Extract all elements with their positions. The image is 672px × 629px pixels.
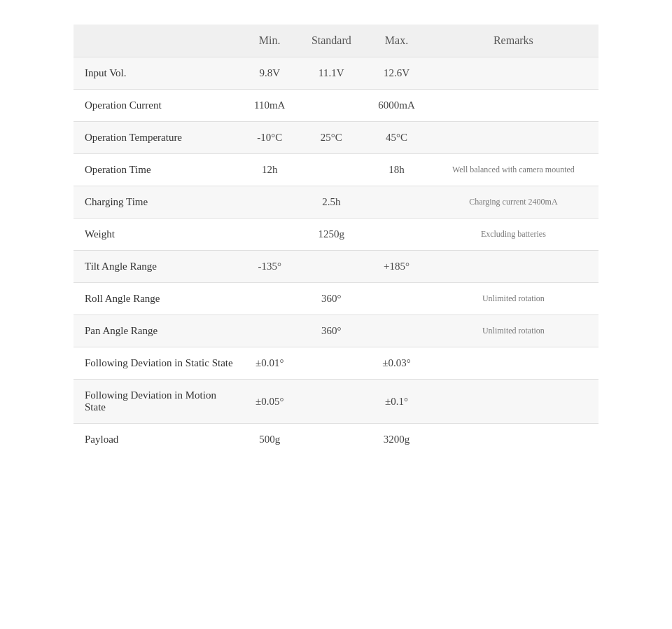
cell-min: ±0.05° bbox=[241, 380, 298, 424]
cell-remarks: Unlimited rotation bbox=[428, 283, 598, 315]
cell-min: 9.8V bbox=[241, 57, 298, 90]
table-row: Operation Temperature-10°C25°C45°C bbox=[74, 122, 598, 154]
cell-param: Following Deviation in Static State bbox=[74, 347, 241, 380]
cell-remarks bbox=[428, 57, 598, 90]
cell-standard: 25°C bbox=[298, 122, 365, 154]
cell-param: Weight bbox=[74, 219, 241, 251]
cell-param: Following Deviation in Motion State bbox=[74, 380, 241, 424]
header-min: Min. bbox=[241, 25, 298, 57]
cell-remarks: Well balanced with camera mounted bbox=[428, 154, 598, 186]
cell-param: Input Vol. bbox=[74, 57, 241, 90]
cell-remarks bbox=[428, 424, 598, 456]
cell-remarks: Unlimited rotation bbox=[428, 315, 598, 347]
cell-standard: 1250g bbox=[298, 219, 365, 251]
table-header-row: Min. Standard Max. Remarks bbox=[74, 25, 598, 57]
cell-remarks: Excluding batteries bbox=[428, 219, 598, 251]
cell-max: ±0.1° bbox=[365, 380, 428, 424]
cell-standard bbox=[298, 90, 365, 122]
header-remarks: Remarks bbox=[428, 25, 598, 57]
cell-standard bbox=[298, 251, 365, 283]
cell-remarks: Charging current 2400mA bbox=[428, 186, 598, 219]
header-max: Max. bbox=[365, 25, 428, 57]
cell-max: ±0.03° bbox=[365, 347, 428, 380]
table-row: Operation Current110mA6000mA bbox=[74, 90, 598, 122]
cell-remarks bbox=[428, 251, 598, 283]
cell-param: Operation Time bbox=[74, 154, 241, 186]
cell-param: Payload bbox=[74, 424, 241, 456]
table-row: Payload500g3200g bbox=[74, 424, 598, 456]
cell-remarks bbox=[428, 380, 598, 424]
cell-min bbox=[241, 186, 298, 219]
cell-min bbox=[241, 219, 298, 251]
cell-param: Operation Current bbox=[74, 90, 241, 122]
table-row: Tilt Angle Range-135°+185° bbox=[74, 251, 598, 283]
cell-min: 500g bbox=[241, 424, 298, 456]
cell-remarks bbox=[428, 347, 598, 380]
specs-table-container: Min. Standard Max. Remarks Input Vol.9.8… bbox=[74, 25, 598, 455]
cell-param: Charging Time bbox=[74, 186, 241, 219]
cell-param: Roll Angle Range bbox=[74, 283, 241, 315]
table-row: Weight1250gExcluding batteries bbox=[74, 219, 598, 251]
table-row: Following Deviation in Static State±0.01… bbox=[74, 347, 598, 380]
table-row: Charging Time2.5hCharging current 2400mA bbox=[74, 186, 598, 219]
cell-max: 3200g bbox=[365, 424, 428, 456]
cell-standard: 360° bbox=[298, 283, 365, 315]
cell-standard bbox=[298, 154, 365, 186]
cell-min: -135° bbox=[241, 251, 298, 283]
cell-min bbox=[241, 315, 298, 347]
cell-min: 110mA bbox=[241, 90, 298, 122]
cell-standard: 11.1V bbox=[298, 57, 365, 90]
cell-min: -10°C bbox=[241, 122, 298, 154]
cell-max: +185° bbox=[365, 251, 428, 283]
cell-standard bbox=[298, 380, 365, 424]
header-standard: Standard bbox=[298, 25, 365, 57]
cell-max bbox=[365, 186, 428, 219]
table-row: Following Deviation in Motion State±0.05… bbox=[74, 380, 598, 424]
specs-table: Min. Standard Max. Remarks Input Vol.9.8… bbox=[74, 25, 598, 455]
cell-param: Tilt Angle Range bbox=[74, 251, 241, 283]
cell-standard: 2.5h bbox=[298, 186, 365, 219]
cell-remarks bbox=[428, 90, 598, 122]
cell-max: 45°C bbox=[365, 122, 428, 154]
cell-standard bbox=[298, 347, 365, 380]
table-row: Operation Time12h18hWell balanced with c… bbox=[74, 154, 598, 186]
table-row: Input Vol.9.8V11.1V12.6V bbox=[74, 57, 598, 90]
cell-max: 12.6V bbox=[365, 57, 428, 90]
header-param bbox=[74, 25, 241, 57]
cell-min: ±0.01° bbox=[241, 347, 298, 380]
cell-min: 12h bbox=[241, 154, 298, 186]
cell-param: Operation Temperature bbox=[74, 122, 241, 154]
table-row: Pan Angle Range360°Unlimited rotation bbox=[74, 315, 598, 347]
cell-max: 6000mA bbox=[365, 90, 428, 122]
cell-min bbox=[241, 283, 298, 315]
cell-standard bbox=[298, 424, 365, 456]
cell-remarks bbox=[428, 122, 598, 154]
cell-max bbox=[365, 315, 428, 347]
cell-standard: 360° bbox=[298, 315, 365, 347]
table-row: Roll Angle Range360°Unlimited rotation bbox=[74, 283, 598, 315]
cell-max bbox=[365, 219, 428, 251]
cell-param: Pan Angle Range bbox=[74, 315, 241, 347]
cell-max: 18h bbox=[365, 154, 428, 186]
cell-max bbox=[365, 283, 428, 315]
